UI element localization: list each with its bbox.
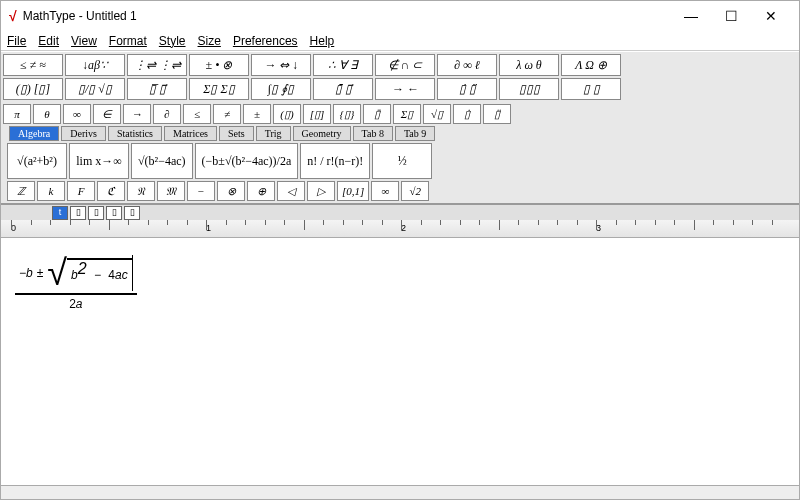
symbol-btn-15[interactable]: ▯̇ xyxy=(453,104,481,124)
view-mode-0[interactable]: t xyxy=(52,206,68,220)
symbol-btn-13[interactable]: Σ▯ xyxy=(393,104,421,124)
horizontal-scrollbar[interactable] xyxy=(1,485,799,499)
template-0[interactable]: √(a²+b²) xyxy=(7,143,67,179)
template-3[interactable]: (−b±√(b²−4ac))/2a xyxy=(195,143,299,179)
tab-tab9[interactable]: Tab 9 xyxy=(395,126,435,141)
view-mode-4[interactable]: ▯ xyxy=(124,206,140,220)
menu-format[interactable]: Format xyxy=(109,34,147,48)
symbol-btn-11[interactable]: {▯} xyxy=(333,104,361,124)
eq-a2: a xyxy=(76,297,83,311)
glyph-7[interactable]: ⊗ xyxy=(217,181,245,201)
palette-templates-0[interactable]: (▯) [▯] xyxy=(3,78,63,100)
symbol-btn-16[interactable]: ▯̈ xyxy=(483,104,511,124)
glyph-8[interactable]: ⊕ xyxy=(247,181,275,201)
eq-2: 2 xyxy=(69,297,76,311)
menu-file[interactable]: File xyxy=(7,34,26,48)
equation-canvas[interactable]: − b ± √ b2 − 4ac 2a xyxy=(1,238,799,485)
glyph-6[interactable]: − xyxy=(187,181,215,201)
template-4[interactable]: n! / r!(n−r)! xyxy=(300,143,370,179)
symbol-btn-6[interactable]: ≤ xyxy=(183,104,211,124)
glyph-3[interactable]: ℭ xyxy=(97,181,125,201)
tab-derivs[interactable]: Derivs xyxy=(61,126,106,141)
palette-relations-4[interactable]: → ⇔ ↓ xyxy=(251,54,311,76)
symbol-btn-8[interactable]: ± xyxy=(243,104,271,124)
symbol-btn-2[interactable]: ∞ xyxy=(63,104,91,124)
tab-algebra[interactable]: Algebra xyxy=(9,126,59,141)
symbol-btn-0[interactable]: π xyxy=(3,104,31,124)
menu-help[interactable]: Help xyxy=(310,34,335,48)
palette-templates-6[interactable]: → ← xyxy=(375,78,435,100)
palette-relations-9[interactable]: Λ Ω ⊕ xyxy=(561,54,621,76)
menu-view[interactable]: View xyxy=(71,34,97,48)
title-bar: √ MathType - Untitled 1 — ☐ ✕ xyxy=(1,1,799,31)
palette-templates-9[interactable]: ▯ ▯ xyxy=(561,78,621,100)
symbol-btn-14[interactable]: √▯ xyxy=(423,104,451,124)
glyph-5[interactable]: 𝔐 xyxy=(157,181,185,201)
tab-geometry[interactable]: Geometry xyxy=(293,126,351,141)
view-mode-2[interactable]: ▯ xyxy=(88,206,104,220)
symbol-btn-5[interactable]: ∂ xyxy=(153,104,181,124)
tab-trig[interactable]: Trig xyxy=(256,126,291,141)
eq-sq: 2 xyxy=(78,260,87,277)
symbol-btn-1[interactable]: θ xyxy=(33,104,61,124)
app-logo-icon: √ xyxy=(9,8,17,24)
symbol-btn-4[interactable]: → xyxy=(123,104,151,124)
palette-templates-7[interactable]: ▯̇ ▯̈ xyxy=(437,78,497,100)
maximize-button[interactable]: ☐ xyxy=(711,8,751,24)
ruler: 0123 xyxy=(1,220,799,238)
eq-plusminus: ± xyxy=(37,266,44,280)
close-button[interactable]: ✕ xyxy=(751,8,791,24)
palette-relations-8[interactable]: λ ω θ xyxy=(499,54,559,76)
symbol-btn-12[interactable]: ▯̄ xyxy=(363,104,391,124)
menu-preferences[interactable]: Preferences xyxy=(233,34,298,48)
glyph-4[interactable]: 𝔑 xyxy=(127,181,155,201)
palette-relations-1[interactable]: ↓aβ∵ xyxy=(65,54,125,76)
template-5[interactable]: ½ xyxy=(372,143,432,179)
glyph-11[interactable]: [0,1] xyxy=(337,181,369,201)
eq-minus2: − xyxy=(94,268,101,282)
tool-panel: ≤ ≠ ≈↓aβ∵⋮⇌ ⋮⇌± • ⊗→ ⇔ ↓∴ ∀ ∃∉ ∩ ⊂∂ ∞ ℓλ… xyxy=(1,51,799,204)
glyph-10[interactable]: ▷ xyxy=(307,181,335,201)
palette-relations-0[interactable]: ≤ ≠ ≈ xyxy=(3,54,63,76)
palette-templates-1[interactable]: ▯/▯ √▯ xyxy=(65,78,125,100)
palette-relations-7[interactable]: ∂ ∞ ℓ xyxy=(437,54,497,76)
palette-templates-5[interactable]: ▯̄ ▯⃗ xyxy=(313,78,373,100)
palette-relations-5[interactable]: ∴ ∀ ∃ xyxy=(313,54,373,76)
palette-templates-2[interactable]: ▯̅ ▯⃗ xyxy=(127,78,187,100)
glyph-1[interactable]: k xyxy=(37,181,65,201)
menu-size[interactable]: Size xyxy=(198,34,221,48)
glyph-12[interactable]: ∞ xyxy=(371,181,399,201)
view-mode-3[interactable]: ▯ xyxy=(106,206,122,220)
palette-templates-8[interactable]: ▯▯▯ xyxy=(499,78,559,100)
template-2[interactable]: √(b²−4ac) xyxy=(131,143,193,179)
glyph-9[interactable]: ◁ xyxy=(277,181,305,201)
palette-relations-2[interactable]: ⋮⇌ ⋮⇌ xyxy=(127,54,187,76)
menu-edit[interactable]: Edit xyxy=(38,34,59,48)
menu-bar: File Edit View Format Style Size Prefere… xyxy=(1,31,799,51)
view-mode-1[interactable]: ▯ xyxy=(70,206,86,220)
palette-templates-4[interactable]: ∫▯ ∮▯ xyxy=(251,78,311,100)
minimize-button[interactable]: — xyxy=(671,8,711,24)
eq-minus: − xyxy=(19,266,26,280)
palette-relations-3[interactable]: ± • ⊗ xyxy=(189,54,249,76)
palette-templates-3[interactable]: Σ▯ Σ▯ xyxy=(189,78,249,100)
symbol-btn-3[interactable]: ∈ xyxy=(93,104,121,124)
symbol-btn-9[interactable]: (▯) xyxy=(273,104,301,124)
palette-relations-6[interactable]: ∉ ∩ ⊂ xyxy=(375,54,435,76)
tab-matrices[interactable]: Matrices xyxy=(164,126,217,141)
symbol-btn-7[interactable]: ≠ xyxy=(213,104,241,124)
symbol-btn-10[interactable]: [▯] xyxy=(303,104,331,124)
menu-style[interactable]: Style xyxy=(159,34,186,48)
eq-b2: b xyxy=(71,268,78,282)
glyph-13[interactable]: √2 xyxy=(401,181,429,201)
sqrt-icon: √ xyxy=(47,258,67,288)
tab-sets[interactable]: Sets xyxy=(219,126,254,141)
glyph-2[interactable]: F xyxy=(67,181,95,201)
equation[interactable]: − b ± √ b2 − 4ac 2a xyxy=(15,252,137,311)
eq-a: a xyxy=(115,268,122,282)
glyph-0[interactable]: ℤ xyxy=(7,181,35,201)
tab-statistics[interactable]: Statistics xyxy=(108,126,162,141)
tab-tab8[interactable]: Tab 8 xyxy=(353,126,393,141)
template-1[interactable]: lim x→∞ xyxy=(69,143,129,179)
view-toolbar: t▯▯▯▯ xyxy=(1,204,799,220)
